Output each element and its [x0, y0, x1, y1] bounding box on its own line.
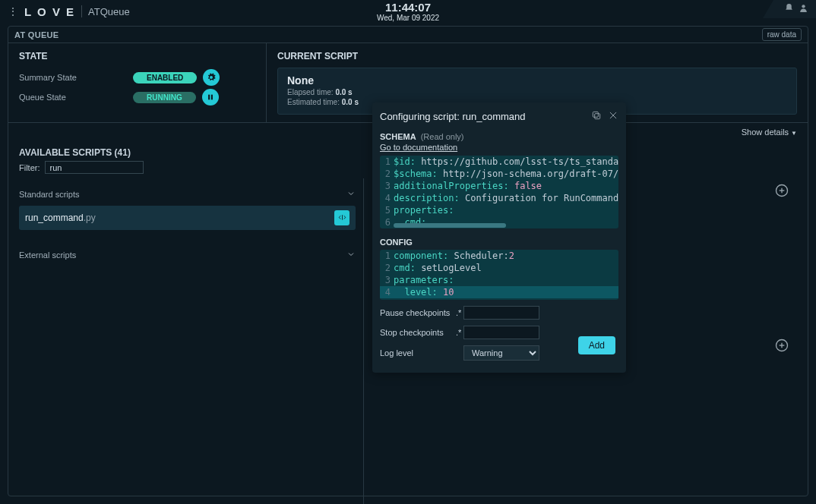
- summary-state-label: Summary State: [19, 73, 133, 82]
- script-item[interactable]: run_command.py: [19, 206, 356, 230]
- config-label: CONFIG: [380, 238, 413, 247]
- chevron-down-icon: [346, 250, 356, 260]
- add-button[interactable]: Add: [578, 336, 615, 354]
- add-icon[interactable]: [774, 183, 789, 198]
- svg-rect-10: [595, 114, 600, 119]
- summary-state-badge: ENABLED: [133, 72, 197, 83]
- user-icon[interactable]: [799, 3, 808, 15]
- state-heading: STATE: [19, 51, 255, 61]
- queue-state-badge: RUNNING: [133, 92, 196, 103]
- svg-rect-1: [208, 95, 210, 100]
- configure-script-modal: Configuring script: run_command SCHEMA (…: [372, 102, 626, 373]
- app-menu-icon[interactable]: ⋮: [5, 5, 21, 17]
- standard-scripts-label: Standard scripts: [19, 190, 79, 199]
- settings-icon[interactable]: [203, 69, 220, 86]
- modal-title: Configuring script: run_command: [380, 111, 525, 122]
- topbar-right: [763, 0, 816, 18]
- elapsed-value: 0.0 s: [335, 88, 352, 96]
- add-icon[interactable]: [774, 338, 789, 353]
- pause-icon[interactable]: [202, 89, 219, 106]
- pause-checkpoints-label: Pause checkpoints: [380, 308, 456, 317]
- app-logo: L O V E: [24, 5, 75, 18]
- elapsed-label: Elapsed time:: [287, 88, 334, 96]
- readonly-label: (Read only): [421, 132, 464, 141]
- copy-icon[interactable]: [591, 110, 602, 123]
- script-name: run_command.py: [25, 213, 96, 223]
- close-icon[interactable]: [608, 110, 618, 123]
- estimated-value: 0.0 s: [342, 98, 359, 106]
- external-scripts-label: External scripts: [19, 250, 76, 260]
- pause-checkpoints-input[interactable]: [463, 306, 539, 320]
- schema-label: SCHEMA: [380, 132, 416, 141]
- clock-time: 11:44:07: [377, 1, 439, 14]
- current-script-name: None: [287, 74, 787, 87]
- panel-title: AT QUEUE: [14, 30, 59, 39]
- chevron-down-icon: ▼: [791, 130, 797, 137]
- config-editor[interactable]: 1component: Scheduler:22cmd: setLogLevel…: [380, 250, 618, 300]
- standard-scripts-toggle[interactable]: Standard scripts: [19, 186, 363, 203]
- launch-script-icon[interactable]: [334, 210, 349, 225]
- estimated-label: Estimated time:: [287, 98, 340, 106]
- page-name: ATQueue: [88, 6, 130, 17]
- chevron-down-icon: [346, 189, 356, 200]
- schema-editor: 1$id: https://github.com/lsst-ts/ts_stan…: [380, 156, 618, 228]
- external-scripts-toggle[interactable]: External scripts: [19, 247, 363, 263]
- documentation-link[interactable]: Go to documentation: [380, 143, 457, 152]
- current-script-heading: CURRENT SCRIPT: [277, 51, 797, 61]
- svg-point-0: [802, 5, 805, 8]
- raw-data-button[interactable]: raw data: [762, 28, 802, 41]
- divider: [81, 5, 82, 17]
- svg-rect-11: [593, 112, 598, 117]
- scrollbar-thumb[interactable]: [394, 223, 506, 228]
- filter-label: Filter:: [19, 163, 40, 172]
- stop-checkpoints-label: Stop checkpoints: [380, 328, 456, 337]
- stop-checkpoints-input[interactable]: [463, 326, 539, 339]
- svg-rect-2: [211, 95, 213, 100]
- loglevel-select[interactable]: Warning: [463, 345, 539, 361]
- clock-date: Wed, Mar 09 2022: [377, 14, 439, 22]
- loglevel-label: Log level: [380, 348, 456, 358]
- filter-input[interactable]: [45, 161, 144, 174]
- regex-hint: .*: [456, 308, 463, 317]
- queue-state-label: Queue State: [19, 93, 133, 102]
- clock: 11:44:07 Wed, Mar 09 2022: [377, 1, 439, 22]
- regex-hint: .*: [456, 328, 463, 337]
- bell-icon[interactable]: [784, 3, 794, 15]
